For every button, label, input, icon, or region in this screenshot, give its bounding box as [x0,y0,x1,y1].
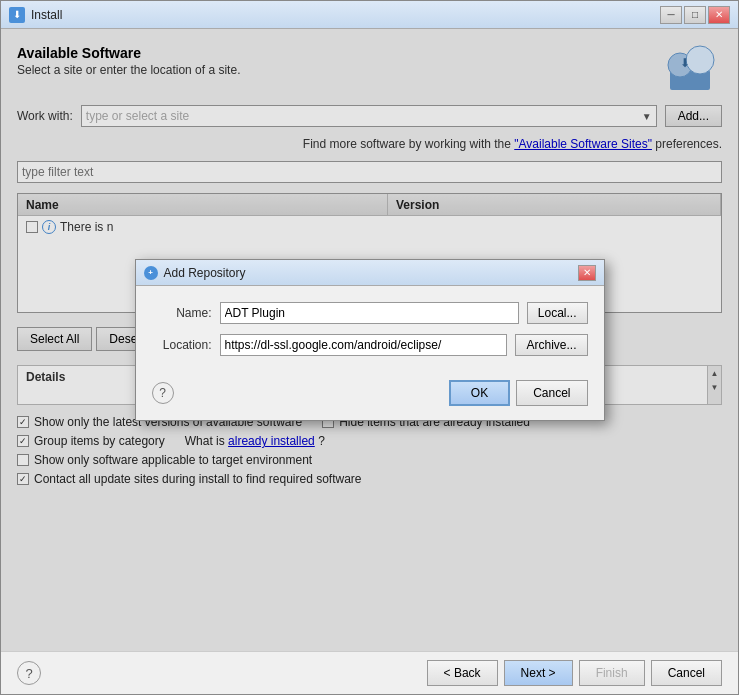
modal-action-buttons: OK Cancel [449,380,588,406]
modal-cancel-button[interactable]: Cancel [516,380,587,406]
title-bar: ⬇ Install ─ □ ✕ [1,1,738,29]
window-title: Install [31,8,62,22]
modal-name-label: Name: [152,306,212,320]
modal-name-input[interactable] [220,302,519,324]
modal-location-input[interactable] [220,334,508,356]
maximize-button[interactable]: □ [684,6,706,24]
help-button[interactable]: ? [17,661,41,685]
modal-close-button[interactable]: ✕ [578,265,596,281]
modal-body: Name: Local... Location: Archive... [136,286,604,372]
modal-footer: ? OK Cancel [136,372,604,420]
modal-location-label: Location: [152,338,212,352]
main-content: Available Software Select a site or ente… [1,29,738,651]
cancel-button[interactable]: Cancel [651,660,722,686]
window-icon: ⬇ [9,7,25,23]
modal-name-row: Name: Local... [152,302,588,324]
next-button[interactable]: Next > [504,660,573,686]
add-repository-modal: + Add Repository ✕ Name: Local... Locati… [135,259,605,421]
local-button[interactable]: Local... [527,302,588,324]
finish-button[interactable]: Finish [579,660,645,686]
modal-help-icon[interactable]: ? [152,382,174,404]
back-button[interactable]: < Back [427,660,498,686]
main-window: ⬇ Install ─ □ ✕ Available Software Selec… [0,0,739,695]
close-button[interactable]: ✕ [708,6,730,24]
modal-title-bar: + Add Repository ✕ [136,260,604,286]
modal-icon: + [144,266,158,280]
modal-title: Add Repository [164,266,246,280]
archive-button[interactable]: Archive... [515,334,587,356]
modal-title-left: + Add Repository [144,266,246,280]
modal-location-row: Location: Archive... [152,334,588,356]
modal-ok-button[interactable]: OK [449,380,510,406]
title-bar-controls: ─ □ ✕ [660,6,730,24]
modal-overlay: + Add Repository ✕ Name: Local... Locati… [1,29,738,651]
minimize-button[interactable]: ─ [660,6,682,24]
footer-buttons: < Back Next > Finish Cancel [427,660,722,686]
title-bar-left: ⬇ Install [9,7,62,23]
footer: ? < Back Next > Finish Cancel [1,651,738,694]
